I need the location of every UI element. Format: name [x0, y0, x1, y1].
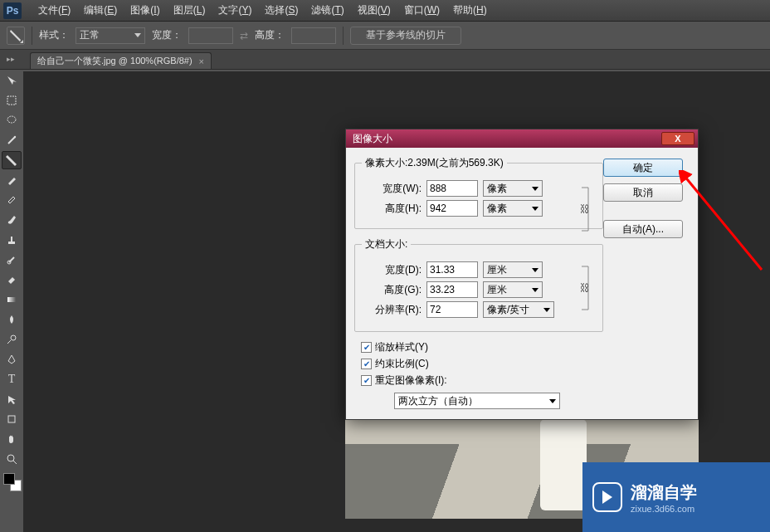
svg-rect-4 [11, 237, 12, 242]
gradient-tool-icon[interactable] [2, 290, 22, 309]
color-swatch[interactable] [2, 471, 22, 491]
healing-tool-icon[interactable] [2, 191, 22, 209]
svg-rect-6 [7, 297, 16, 302]
svg-rect-0 [7, 96, 16, 105]
dialog-close-button[interactable]: X [661, 132, 694, 145]
resolution-input[interactable] [426, 301, 478, 318]
pixel-dimensions-legend: 像素大小:2.39M(之前为569.3K) [362, 156, 507, 170]
document-tab[interactable]: 给自己一个微笑.jpg @ 100%(RGB/8#) × [30, 52, 212, 69]
play-icon [592, 482, 622, 512]
menu-edit[interactable]: 编辑(E) [77, 3, 124, 17]
history-brush-tool-icon[interactable] [2, 251, 22, 269]
watermark-title: 溜溜自学 [631, 481, 697, 504]
scale-styles-checkbox[interactable]: ✔ 缩放样式(Y) [361, 340, 603, 354]
opt-width-input[interactable] [188, 27, 233, 44]
path-select-tool-icon[interactable] [2, 390, 22, 408]
image-size-dialog: 图像大小 X 像素大小:2.39M(之前为569.3K) 宽度(W): 像素 高… [345, 129, 699, 420]
opt-width-label: 宽度： [152, 28, 182, 42]
tab-close-icon[interactable]: × [199, 56, 204, 66]
hand-tool-icon[interactable] [2, 430, 22, 448]
constrain-proportions-checkbox[interactable]: ✔ 约束比例(C) [361, 357, 603, 371]
doc-height-unit-dropdown[interactable]: 厘米 [483, 281, 543, 298]
eyedropper-tool-icon[interactable] [2, 171, 22, 189]
current-tool-icon[interactable] [7, 27, 25, 45]
dodge-tool-icon[interactable] [2, 330, 22, 349]
eraser-tool-icon[interactable] [2, 271, 22, 289]
menu-window[interactable]: 窗口(W) [397, 3, 446, 17]
blur-tool-icon[interactable] [2, 310, 22, 329]
px-width-label: 宽度(W): [362, 182, 422, 196]
crop-tool-icon[interactable] [2, 151, 22, 169]
wand-tool-icon[interactable] [2, 131, 22, 149]
menu-file[interactable]: 文件(F) [32, 3, 77, 17]
px-width-input[interactable] [426, 180, 478, 197]
type-tool-icon[interactable]: T [2, 370, 22, 388]
document-link-icon[interactable]: ⛓ [579, 263, 597, 313]
document-tab-strip: 给自己一个微笑.jpg @ 100%(RGB/8#) × [0, 50, 770, 70]
px-height-unit-dropdown[interactable]: 像素 [483, 200, 543, 217]
resolution-label: 分辨率(R): [362, 303, 422, 317]
svg-point-2 [14, 136, 16, 138]
style-dropdown[interactable]: 正常 [76, 27, 145, 44]
tool-column: T [0, 70, 23, 493]
checkbox-checked-icon: ✔ [361, 359, 372, 369]
menu-bar: Ps 文件(F) 编辑(E) 图像(I) 图层(L) 文字(Y) 选择(S) 滤… [0, 0, 770, 22]
svg-point-7 [11, 335, 16, 340]
separator [32, 27, 32, 45]
document-size-group: 文档大小: 宽度(D): 厘米 高度(G): 厘米 分辨率(R): 像素/英寸 [354, 237, 603, 332]
doc-width-unit-dropdown[interactable]: 厘米 [483, 261, 543, 278]
doc-width-input[interactable] [426, 261, 478, 278]
dialog-title: 图像大小 [349, 132, 392, 146]
doc-height-input[interactable] [426, 281, 478, 298]
move-tool-icon[interactable] [2, 71, 22, 90]
menu-help[interactable]: 帮助(H) [446, 3, 494, 17]
svg-rect-8 [8, 416, 15, 422]
dialog-titlebar[interactable]: 图像大小 X [346, 129, 698, 148]
resample-method-dropdown[interactable]: 两次立方（自动） [394, 393, 560, 409]
pixel-link-icon[interactable]: ⛓ [579, 185, 597, 233]
brush-tool-icon[interactable] [2, 211, 22, 229]
zoom-tool-icon[interactable] [2, 450, 22, 468]
menu-filter[interactable]: 滤镜(T) [305, 3, 350, 17]
px-width-unit-dropdown[interactable]: 像素 [483, 180, 543, 197]
panel-grabber-icon[interactable]: ▸▸ [3, 51, 18, 66]
watermark: 溜溜自学 zixue.3d66.com [582, 462, 770, 532]
document-tab-label: 给自己一个微笑.jpg @ 100%(RGB/8#) [37, 55, 192, 67]
menu-select[interactable]: 选择(S) [258, 3, 305, 17]
menu-type[interactable]: 文字(Y) [212, 3, 258, 17]
opt-height-label: 高度： [255, 28, 285, 42]
marquee-tool-icon[interactable] [2, 91, 22, 110]
doc-height-label: 高度(G): [362, 283, 422, 297]
shape-tool-icon[interactable] [2, 410, 22, 428]
watermark-url: zixue.3d66.com [631, 504, 697, 514]
ps-logo-icon: Ps [3, 2, 22, 19]
checkbox-checked-icon: ✔ [361, 375, 372, 386]
menu-layer[interactable]: 图层(L) [167, 3, 212, 17]
svg-point-9 [7, 455, 14, 461]
resolution-unit-dropdown[interactable]: 像素/英寸 [483, 301, 554, 318]
separator [343, 27, 344, 45]
resample-image-checkbox[interactable]: ✔ 重定图像像素(I): [361, 373, 603, 388]
svg-text:⛓: ⛓ [580, 203, 590, 215]
pixel-dimensions-group: 像素大小:2.39M(之前为569.3K) 宽度(W): 像素 高度(H): 像… [354, 156, 603, 229]
svg-point-1 [7, 116, 16, 123]
pen-tool-icon[interactable] [2, 350, 22, 368]
menu-image[interactable]: 图像(I) [124, 3, 166, 17]
menu-view[interactable]: 视图(V) [351, 3, 397, 17]
auto-button[interactable]: 自动(A)... [603, 220, 683, 238]
opt-height-input[interactable] [291, 27, 336, 44]
checkbox-checked-icon: ✔ [361, 342, 372, 353]
px-height-input[interactable] [426, 200, 478, 217]
slice-from-guides-button[interactable]: 基于参考线的切片 [350, 27, 461, 45]
svg-text:⛓: ⛓ [580, 282, 590, 294]
doc-width-label: 宽度(D): [362, 263, 422, 277]
px-height-label: 高度(H): [362, 202, 422, 216]
swap-icon[interactable]: ⇄ [240, 30, 248, 41]
stamp-tool-icon[interactable] [2, 231, 22, 249]
cancel-button[interactable]: 取消 [603, 183, 683, 202]
options-bar: 样式： 正常 宽度： ⇄ 高度： 基于参考线的切片 [0, 22, 770, 50]
document-size-legend: 文档大小: [362, 237, 411, 251]
ok-button[interactable]: 确定 [603, 159, 683, 177]
lasso-tool-icon[interactable] [2, 111, 22, 129]
svg-rect-3 [8, 242, 15, 244]
